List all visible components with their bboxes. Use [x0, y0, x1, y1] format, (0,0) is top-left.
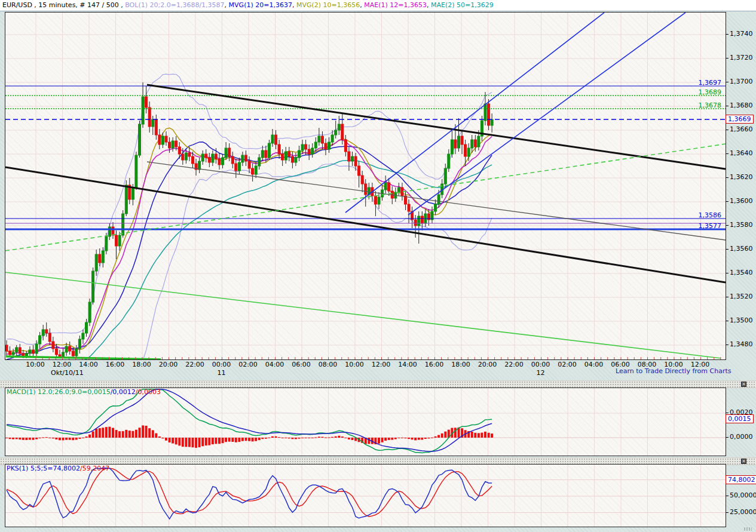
stoch-segment-0: PKS(1) 5;5;5=74,8002 — [7, 465, 80, 472]
price-tick-label: 1,3660 — [730, 125, 753, 133]
macd-indicator-label: MACD(1) 12.0;26.0;9.0=0,0015/0,0012/0,00… — [7, 388, 161, 396]
time-tick-label: 18:00 — [132, 361, 151, 368]
price-tick — [726, 58, 729, 59]
time-tick-label: 02:00 — [558, 361, 577, 368]
candlestick-chart-canvas[interactable]: 1,36971,36891,36781,35861,3577 — [5, 13, 726, 359]
time-tick-label: 14:00 — [398, 361, 417, 368]
price-tick-label: 1,3680 — [730, 102, 753, 109]
time-tick-label: 16:00 — [106, 361, 125, 368]
learn-to-trade-link[interactable]: Learn to Trade Directly from Charts — [616, 367, 731, 375]
price-tick — [726, 321, 729, 321]
price-tick-label: 1,3640 — [730, 149, 753, 157]
time-tick-label: 10:00 — [345, 361, 364, 368]
stoch-tick — [726, 512, 729, 513]
header-segment-0: EUR/USD , 15 minutes, # 147 / 500 , — [2, 1, 125, 9]
price-tick — [726, 177, 729, 178]
svg-text:1,3586: 1,3586 — [699, 211, 722, 219]
time-tick-label: 02:00 — [238, 361, 258, 368]
price-tick — [726, 297, 729, 297]
price-tick-label: 1,3700 — [730, 78, 753, 85]
time-tick-label: 04:00 — [584, 361, 604, 368]
price-tick — [726, 82, 729, 82]
price-tick — [726, 34, 729, 35]
header-segment-8: , — [427, 1, 431, 9]
time-tick-label: 20:00 — [159, 361, 178, 368]
stoch-tick-label: 50,0000 — [730, 491, 756, 499]
time-tick-label: 00:00 — [531, 361, 550, 368]
price-tick — [726, 130, 729, 130]
time-tick-label: 12:00 — [53, 361, 72, 368]
svg-text:1,3678: 1,3678 — [699, 102, 722, 109]
day-label: Okt/10/11 — [51, 369, 84, 377]
svg-text:1,3697: 1,3697 — [699, 79, 722, 87]
splitter-grip-icon[interactable]: ✕ — [741, 382, 746, 387]
header-segment-9: MAE(2) 50=1,3629 — [431, 1, 494, 9]
header-segment-3: MVG(1) 20=1,3637 — [229, 1, 292, 9]
header-segment-4: , — [292, 1, 296, 9]
resize-grip-icon[interactable] — [743, 527, 752, 531]
price-tick-label: 1,3560 — [730, 245, 753, 253]
macd-tick — [726, 413, 729, 413]
time-tick-label: 22:00 — [504, 361, 524, 368]
header-segment-2: , — [225, 1, 229, 9]
day-label: 11 — [218, 369, 226, 377]
time-tick-label: 08:00 — [319, 361, 338, 368]
macd-segment-2: /0,0003 — [136, 388, 161, 396]
time-tick-label: 10:00 — [26, 361, 45, 368]
splitter-grip-icon[interactable]: ✕ — [741, 459, 746, 464]
price-tick-label: 1,3720 — [730, 54, 753, 61]
price-tick — [726, 225, 729, 226]
time-tick-label: 00:00 — [212, 361, 231, 368]
price-tick-label: 1,3540 — [730, 269, 753, 276]
header-segment-7: MAE(1) 12=1,3653 — [364, 1, 427, 9]
macd-segment-1: /0,0012 — [111, 388, 136, 396]
price-tick — [726, 153, 729, 154]
stochastic-value-badge: 74,8002 — [726, 475, 756, 484]
time-tick-label: 18:00 — [451, 361, 470, 368]
time-tick-label: 20:00 — [478, 361, 497, 368]
header-segment-5: MVG(2) 10=1,3656 — [296, 1, 360, 9]
stochastic-panel[interactable] — [5, 464, 726, 527]
macd-segment-0: MACD(1) 12.0;26.0;9.0=0,0015 — [7, 388, 111, 396]
main-chart-panel[interactable]: 1,36971,36891,36781,35861,3577 — [5, 12, 726, 360]
stoch-segment-1: /59,2047 — [80, 465, 109, 472]
price-tick — [726, 106, 729, 106]
time-tick-label: 12:00 — [372, 361, 391, 368]
time-tick-label: 16:00 — [425, 361, 444, 368]
svg-text:1,3689: 1,3689 — [699, 88, 722, 96]
price-tick-label: 1,3500 — [730, 316, 753, 324]
price-tick — [726, 201, 729, 202]
macd-tick — [726, 437, 729, 438]
price-tick-label: 1,3480 — [730, 340, 753, 348]
macd-tick-label: 0,0000 — [730, 433, 753, 441]
price-tick-label: 1,3580 — [730, 221, 753, 229]
price-tick-label: 1,3600 — [730, 197, 753, 205]
trading-platform-window: EUR/USD , 15 minutes, # 147 / 500 , BOL(… — [0, 0, 756, 532]
chart-title-bar: EUR/USD , 15 minutes, # 147 / 500 , BOL(… — [0, 0, 756, 11]
price-tick-label: 1,3740 — [730, 30, 753, 38]
stoch-tick — [726, 496, 729, 496]
price-tick-label: 1,3620 — [730, 173, 753, 181]
price-tick — [726, 249, 729, 250]
macd-value-badge: 0,0015 — [726, 414, 754, 423]
macd-panel[interactable] — [5, 388, 726, 456]
current-price-badge: 1,3669 — [726, 115, 754, 124]
time-tick-label: 22:00 — [185, 361, 204, 368]
price-tick — [726, 273, 729, 273]
time-tick-label: 14:00 — [79, 361, 98, 368]
price-tick — [726, 345, 729, 345]
stochastic-indicator-label: PKS(1) 5;5;5=74,8002/59,2047 — [7, 465, 109, 472]
time-tick-label: 06:00 — [292, 361, 311, 368]
macd-canvas[interactable] — [5, 388, 726, 456]
price-tick-label: 1,3520 — [730, 293, 753, 300]
stoch-tick-label: 25,0000 — [730, 508, 756, 516]
svg-text:1,3577: 1,3577 — [699, 222, 722, 230]
day-label: 12 — [537, 369, 545, 377]
header-segment-1: BOL(1) 20;2.0=1,3688/1,3587 — [125, 1, 224, 9]
stochastic-canvas[interactable] — [5, 465, 726, 527]
time-tick-label: 04:00 — [265, 361, 284, 368]
